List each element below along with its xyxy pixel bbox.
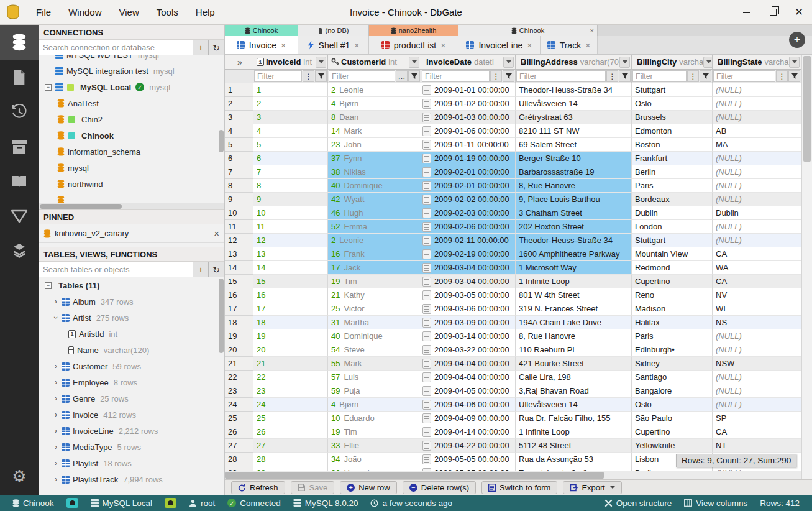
- cell-billingcity[interactable]: Cupertino: [632, 275, 713, 288]
- row-number-cell[interactable]: 21: [225, 357, 253, 371]
- chevron-right-icon[interactable]: ›: [52, 378, 60, 387]
- cell-customerid[interactable]: 25Victor: [328, 302, 421, 316]
- cell-billingaddress[interactable]: 3 Chatham Street: [516, 206, 632, 220]
- cell-billingstate[interactable]: (NULL): [713, 234, 801, 247]
- menu-help[interactable]: Help: [188, 4, 222, 20]
- rail-item-book[interactable]: [0, 164, 39, 199]
- cell-billingaddress[interactable]: 110 Raeburn Pl: [516, 343, 632, 357]
- switch-to-form-button[interactable]: Switch to form: [481, 481, 557, 494]
- filter-input[interactable]: Filter: [422, 70, 490, 82]
- column-header-invoiceid[interactable]: 1InvoiceIdint: [253, 55, 328, 69]
- cell-invoiceid[interactable]: 1: [253, 83, 328, 97]
- open-editor-icon[interactable]: [422, 208, 431, 218]
- filter-input[interactable]: Filter: [516, 70, 606, 82]
- cell-customerid[interactable]: 2Leonie: [328, 83, 421, 97]
- cell-billingaddress[interactable]: 69 Salem Street: [516, 138, 632, 152]
- open-editor-icon[interactable]: [422, 222, 431, 232]
- cell-billingcity[interactable]: Yellowknife: [632, 439, 713, 453]
- cell-invoicedate[interactable]: 2009-04-04 00:00:00: [421, 371, 516, 384]
- open-editor-icon[interactable]: [422, 386, 431, 396]
- cell-billingcity[interactable]: Mountain View: [632, 247, 713, 261]
- grid-hscrollbar[interactable]: [225, 471, 812, 479]
- connections-search-input[interactable]: [39, 40, 193, 55]
- cell-billingstate[interactable]: (NULL): [713, 398, 801, 412]
- cell-invoiceid[interactable]: 4: [253, 124, 328, 138]
- cell-customerid[interactable]: 17Jack: [328, 261, 421, 275]
- open-editor-icon[interactable]: [422, 290, 431, 300]
- status-mysql-local[interactable]: MySQL Local: [84, 495, 159, 511]
- status-open-structure[interactable]: Open structure: [598, 495, 678, 511]
- rail-item-history[interactable]: [0, 94, 39, 129]
- cell-customerid[interactable]: 59Puja: [328, 384, 421, 398]
- grid-vscrollbar[interactable]: [801, 55, 812, 479]
- open-editor-icon[interactable]: [422, 331, 431, 341]
- cell-customerid[interactable]: 36Hannah: [328, 466, 421, 471]
- row-number-cell[interactable]: 3: [225, 111, 253, 124]
- column-menu-button[interactable]: [703, 57, 713, 68]
- cell-customerid[interactable]: 57Luis: [328, 371, 421, 384]
- cell-customerid[interactable]: 42Wyatt: [328, 193, 421, 206]
- cell-billingstate[interactable]: AB: [713, 124, 801, 138]
- cell-billingcity[interactable]: Stuttgart: [632, 83, 713, 97]
- cell-billingaddress[interactable]: 194A Chain Lake Drive: [516, 316, 632, 329]
- menu-file[interactable]: File: [29, 4, 58, 20]
- row-number-cell[interactable]: 24: [225, 398, 253, 412]
- filter-input[interactable]: Filter: [254, 70, 302, 82]
- status-a-few-seconds-ago[interactable]: a few seconds ago: [364, 495, 458, 511]
- row-number-cell[interactable]: 17: [225, 302, 253, 316]
- cell-billingstate[interactable]: (NULL): [713, 220, 801, 234]
- cell-invoiceid[interactable]: 12: [253, 234, 328, 247]
- cell-invoiceid[interactable]: 10: [253, 206, 328, 220]
- cell-invoicedate[interactable]: 2009-02-02 00:00:00: [421, 193, 516, 206]
- cell-customerid[interactable]: 2Leonie: [328, 234, 421, 247]
- cell-invoicedate[interactable]: 2009-03-14 00:00:00: [421, 329, 516, 343]
- cell-billingcity[interactable]: Madison: [632, 302, 713, 316]
- table-item-mediatype[interactable]: ›MediaType5 rows: [39, 439, 224, 455]
- connection-item[interactable]: MySQL integration testmysql: [39, 63, 224, 79]
- column-item-artistid[interactable]: 1ArtistIdint: [39, 326, 224, 342]
- cell-customerid[interactable]: 14Mark: [328, 124, 421, 138]
- pinned-item[interactable]: knihovna_v2_canary×: [39, 224, 224, 243]
- cell-invoicedate[interactable]: 2009-02-01 00:00:00: [421, 179, 516, 193]
- cell-customerid[interactable]: 10Eduardo: [328, 412, 421, 425]
- chevron-right-icon[interactable]: ›: [52, 410, 60, 419]
- cell-invoiceid[interactable]: 16: [253, 288, 328, 302]
- cell-billingcity[interactable]: Halifax: [632, 316, 713, 329]
- row-number-cell[interactable]: 7: [225, 165, 253, 179]
- chevron-right-icon[interactable]: ›: [52, 475, 60, 484]
- connection-item[interactable]: mysql: [39, 160, 224, 176]
- cell-billingaddress[interactable]: Rua Dr. Falcão Filho, 155: [516, 412, 632, 425]
- cell-billingstate[interactable]: (NULL): [713, 343, 801, 357]
- cell-invoicedate[interactable]: 2009-03-22 00:00:00: [421, 343, 516, 357]
- open-editor-icon[interactable]: [422, 236, 431, 246]
- cell-billingaddress[interactable]: Ullevålsveien 14: [516, 398, 632, 412]
- cell-billingaddress[interactable]: Theodor-Heuss-Straße 34: [516, 83, 632, 97]
- cell-customerid[interactable]: 54Steve: [328, 343, 421, 357]
- chevron-right-icon[interactable]: ›: [52, 394, 60, 403]
- cell-invoicedate[interactable]: 2009-01-19 00:00:00: [421, 152, 516, 165]
- open-editor-icon[interactable]: [422, 195, 431, 205]
- cell-invoicedate[interactable]: 2009-04-05 00:00:00: [421, 384, 516, 398]
- cell-billingcity[interactable]: Cupertino: [632, 425, 713, 439]
- column-header-customerid[interactable]: CustomerIdint: [328, 55, 421, 69]
- tab-group--no-db-[interactable]: (no DB): [298, 25, 369, 36]
- cell-customerid[interactable]: 33Ellie: [328, 439, 421, 453]
- status-connected[interactable]: ✓Connected: [221, 495, 286, 511]
- row-number-cell[interactable]: 25: [225, 412, 253, 425]
- open-editor-icon[interactable]: [422, 304, 431, 314]
- rail-item-funnel[interactable]: [0, 199, 39, 234]
- row-number-cell[interactable]: 19: [225, 329, 253, 343]
- cell-invoiceid[interactable]: 3: [253, 111, 328, 124]
- cell-billingaddress[interactable]: 8210 111 ST NW: [516, 124, 632, 138]
- cell-invoiceid[interactable]: 24: [253, 398, 328, 412]
- close-tab-icon[interactable]: ×: [527, 40, 532, 50]
- cell-invoicedate[interactable]: 2009-02-19 00:00:00: [421, 247, 516, 261]
- cell-billingaddress[interactable]: 8, Rue Hanovre: [516, 329, 632, 343]
- column-header-invoicedate[interactable]: InvoiceDatedateti: [421, 55, 516, 69]
- status-theme[interactable]: [158, 495, 183, 511]
- cell-billingstate[interactable]: (NULL): [713, 193, 801, 206]
- filter-menu-button[interactable]: ⋮: [606, 70, 618, 82]
- tab-productlist[interactable]: productList×: [369, 36, 458, 54]
- filter-menu-button[interactable]: ⋮: [776, 70, 788, 82]
- table-item-artist[interactable]: ›Artist275 rows: [39, 310, 224, 326]
